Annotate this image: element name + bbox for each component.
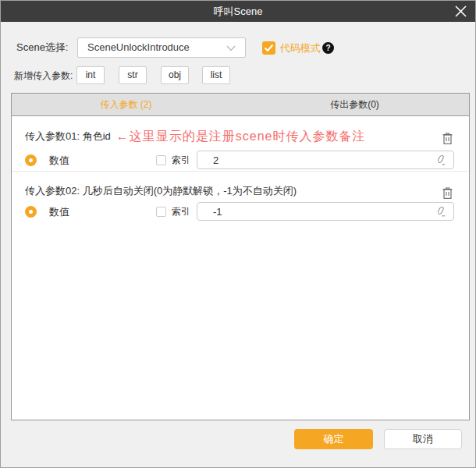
param-divider <box>12 171 469 172</box>
add-str-button[interactable]: str <box>119 66 147 84</box>
call-scene-dialog: 呼叫Scene Scene选择: SceneUnlockIntroduce 代码… <box>0 0 476 468</box>
tab-input-params[interactable]: 传入参数 (2) <box>12 94 240 115</box>
param-1-delete-icon[interactable] <box>442 133 453 144</box>
param-1-value-input[interactable] <box>197 151 454 169</box>
add-obj-button[interactable]: obj <box>161 66 189 84</box>
param-2-label-row: 传入参数02: 几秒后自动关闭(0为静默解锁，-1为不自动关闭) <box>25 183 302 199</box>
scene-select-dropdown[interactable]: SceneUnlockIntroduce <box>77 37 246 58</box>
param-2-index-option[interactable]: 索引 <box>156 206 190 218</box>
dialog-title: 呼叫Scene <box>1 1 475 22</box>
check-icon <box>264 44 274 52</box>
params-panel: 传入参数 (2) 传出参数(0) 传入参数01: 角色id ←这里显示的是注册s… <box>11 93 470 420</box>
cancel-button[interactable]: 取消 <box>384 429 462 449</box>
chevron-down-icon <box>226 45 236 51</box>
scene-selected-value: SceneUnlockIntroduce <box>78 38 245 57</box>
params-tabs-header: 传入参数 (2) 传出参数(0) <box>12 94 469 116</box>
add-list-button[interactable]: list <box>202 66 230 84</box>
scene-select-label: Scene选择: <box>16 41 68 54</box>
param-1-type-radio[interactable] <box>25 154 37 166</box>
code-mode-label: 代码模式 <box>280 42 321 54</box>
param-1-index-label: 索引 <box>172 154 190 167</box>
param-1-name: 传入参数01: 角色id <box>25 129 111 144</box>
add-params-label: 新增传入参数: <box>14 70 73 81</box>
help-icon[interactable]: ? <box>322 42 334 54</box>
code-mode-checkbox[interactable] <box>262 41 275 55</box>
param-2-index-label: 索引 <box>172 205 190 218</box>
close-icon[interactable] <box>455 5 467 17</box>
param-2-index-checkbox[interactable] <box>156 207 166 217</box>
param-2-edit-icon[interactable] <box>435 206 446 217</box>
param-1-note: ←这里显示的是注册scene时传入参数备注 <box>116 129 366 145</box>
tab-output-params[interactable]: 传出参数(0) <box>240 94 469 115</box>
param-1-label-row: 传入参数01: 角色id ←这里显示的是注册scene时传入参数备注 <box>25 129 366 144</box>
param-2-value-input[interactable] <box>197 202 454 221</box>
param-1-edit-icon[interactable] <box>435 154 446 165</box>
param-1-type-label: 数值 <box>49 154 69 166</box>
confirm-button[interactable]: 确定 <box>294 429 373 449</box>
param-1-index-checkbox[interactable] <box>156 155 166 165</box>
param-2-name: 传入参数02: 几秒后自动关闭(0为静默解锁，-1为不自动关闭) <box>25 184 297 198</box>
titlebar: 呼叫Scene <box>1 1 475 22</box>
param-2-type-radio[interactable] <box>25 206 37 218</box>
param-2-delete-icon[interactable] <box>442 187 453 199</box>
add-int-button[interactable]: int <box>76 66 105 84</box>
param-2-type-label: 数值 <box>49 206 69 218</box>
param-1-index-option[interactable]: 索引 <box>156 154 190 166</box>
